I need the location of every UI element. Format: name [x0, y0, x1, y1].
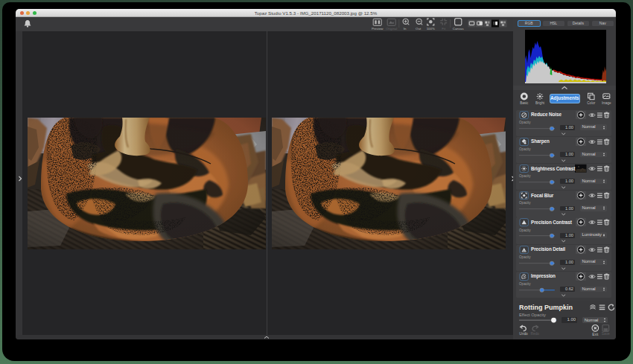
- svg-text:In: In: [404, 27, 407, 31]
- svg-text:Preview: Preview: [372, 27, 384, 31]
- svg-text:Fit: Fit: [442, 27, 446, 31]
- svg-text:Redo: Redo: [531, 332, 540, 336]
- svg-text:Save: Save: [602, 332, 610, 336]
- svg-text:Original: Original: [386, 27, 397, 31]
- svg-text:Basic: Basic: [520, 101, 529, 105]
- svg-text:Bright: Bright: [535, 101, 545, 105]
- svg-text:Undo: Undo: [519, 332, 528, 336]
- svg-text:Image: Image: [602, 101, 611, 105]
- svg-text:Canvas: Canvas: [453, 27, 465, 31]
- svg-text:Exit: Exit: [592, 333, 599, 336]
- svg-text:100%: 100%: [427, 27, 435, 31]
- svg-text:Out: Out: [416, 27, 422, 31]
- svg-text:Color: Color: [587, 101, 595, 105]
